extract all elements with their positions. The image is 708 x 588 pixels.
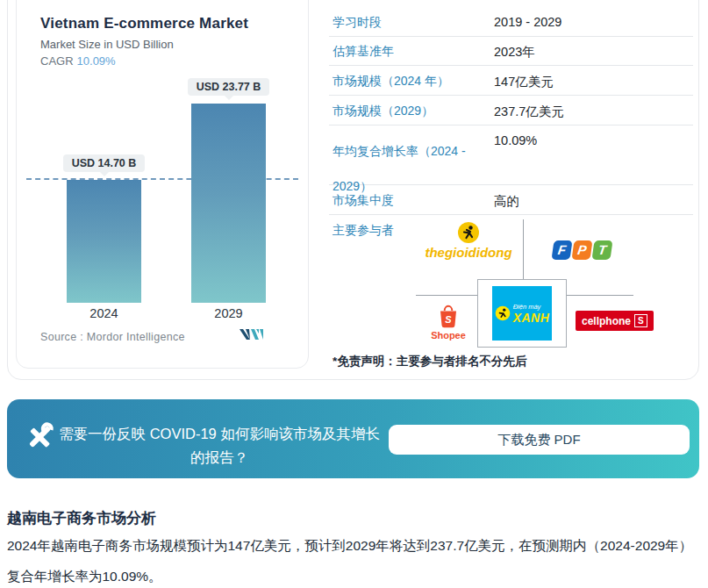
chart-cagr: CAGR10.09% (40, 54, 116, 68)
facts-row-value: 10.09% (494, 133, 693, 147)
bar-value-label-2024: USD 14.70 B (63, 154, 146, 172)
chart-subtitle: Market Size in USD Billion (40, 38, 174, 51)
bar-chart-plot: USD 14.70 B USD 23.77 B 2024 2029 (26, 70, 298, 303)
covid-banner-text: 需要一份反映 COVID-19 如何影响该市场及其增长的报告？ (56, 422, 383, 470)
facts-row-label: 估算基准年 (333, 44, 494, 60)
players-disclaimer: *免责声明：主要参与者排名不分先后 (329, 352, 693, 369)
facts-row: 估算基准年 2023年 (329, 37, 693, 66)
caret-down-icon (100, 172, 109, 176)
facts-row-value: 237.7亿美元 (494, 104, 693, 120)
cagr-value: 10.09% (77, 54, 116, 68)
runner-icon (457, 221, 480, 244)
x-axis-label-2029: 2029 (191, 306, 266, 320)
fpt-logo: F P T (553, 240, 613, 260)
bar-2024 (67, 180, 141, 303)
mordor-intelligence-logo (239, 326, 267, 346)
facts-row: 市场规模（2024 年） 147亿美元 (329, 66, 693, 96)
dienmayxanh-logo: Điện máy XANH (492, 286, 552, 341)
facts-row-value: 2019 - 2029 (494, 15, 693, 29)
players-center-box: Điện máy XANH (477, 279, 567, 348)
x-axis-label-2024: 2024 (67, 306, 141, 320)
bar-group-2029: USD 23.77 B (191, 78, 266, 303)
bar-value-text: USD 14.70 B (72, 157, 137, 169)
facts-table: 学习时段 2019 - 2029 估算基准年 2023年 市场规模（2024 年… (329, 0, 693, 369)
source-label: Source : Mordor Intelligence (40, 331, 185, 343)
bar-value-label-2029: USD 23.77 B (188, 78, 270, 96)
download-pdf-button[interactable]: 下载免费 PDF (389, 425, 690, 455)
thegioididong-logo: thegioididong (411, 221, 526, 260)
cellphones-logo: cellphone S (576, 311, 654, 331)
facts-row-value: 147亿美元 (494, 74, 693, 90)
tools-icon (21, 419, 58, 459)
facts-row-label: 市场规模（2029） (333, 104, 494, 119)
facts-row-value: 2023年 (494, 44, 693, 61)
players-row: 主要参与者 thegioididong F P T (329, 215, 693, 352)
facts-row-label: 市场规模（2024 年） (333, 74, 494, 90)
analysis-paragraph: 2024年越南电子商务市场规模预计为147亿美元，预计到2029年将达到237.… (7, 530, 705, 588)
bar-2029 (191, 104, 266, 303)
caret-down-icon (225, 96, 233, 100)
bar-group-2024: USD 14.70 B (67, 154, 141, 303)
facts-row: 学习时段 2019 - 2029 (329, 0, 693, 37)
cagr-label: CAGR (40, 54, 74, 68)
facts-row-label: 市场集中度 (333, 193, 494, 209)
shopping-bag-icon: S (437, 304, 460, 329)
facts-row-label: 学习时段 (333, 15, 494, 31)
facts-row-value: 高的 (494, 193, 693, 210)
bar-value-text: USD 23.77 B (197, 81, 261, 93)
svg-text:S: S (445, 314, 452, 325)
shopee-logo: S Shopee (423, 304, 474, 341)
chart-title: Vietnam E-commerce Market (40, 15, 248, 32)
facts-row: 年均复合增长率（2024 - 2029） 10.09% (329, 125, 693, 185)
players-diagram: thegioididong F P T Điện (404, 219, 669, 351)
runner-icon (495, 305, 511, 321)
facts-row: 市场规模（2029） 237.7亿美元 (329, 96, 693, 125)
analysis-heading: 越南电子商务市场分析 (7, 508, 156, 528)
